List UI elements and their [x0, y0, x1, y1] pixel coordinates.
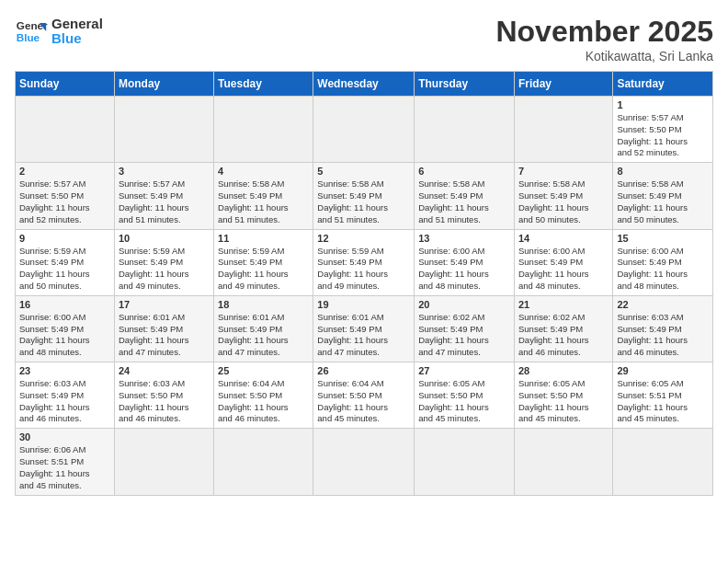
day-number: 29 [617, 365, 709, 376]
calendar-cell: 27Sunrise: 6:05 AM Sunset: 5:50 PM Dayli… [415, 362, 515, 429]
location-text: Kotikawatta, Sri Lanka [495, 49, 713, 63]
weekday-header: Friday [514, 72, 612, 97]
title-block: November 2025 Kotikawatta, Sri Lanka [495, 15, 713, 63]
day-info: Sunrise: 6:05 AM Sunset: 5:51 PM Dayligh… [617, 378, 709, 425]
day-info: Sunrise: 6:02 AM Sunset: 5:49 PM Dayligh… [418, 312, 510, 359]
day-info: Sunrise: 5:59 AM Sunset: 5:49 PM Dayligh… [317, 246, 410, 293]
calendar-cell: 4Sunrise: 5:58 AM Sunset: 5:49 PM Daylig… [214, 163, 313, 229]
day-info: Sunrise: 5:58 AM Sunset: 5:49 PM Dayligh… [418, 178, 510, 225]
calendar-cell: 28Sunrise: 6:05 AM Sunset: 5:50 PM Dayli… [514, 362, 612, 429]
day-info: Sunrise: 5:58 AM Sunset: 5:49 PM Dayligh… [218, 178, 309, 225]
weekday-header: Saturday [613, 72, 713, 97]
day-number: 28 [518, 365, 609, 376]
calendar-cell: 18Sunrise: 6:01 AM Sunset: 5:49 PM Dayli… [214, 295, 313, 362]
calendar-cell: 3Sunrise: 5:57 AM Sunset: 5:49 PM Daylig… [114, 163, 213, 229]
day-number: 3 [119, 166, 210, 177]
calendar-table: SundayMondayTuesdayWednesdayThursdayFrid… [15, 71, 713, 496]
calendar-cell [114, 429, 213, 495]
calendar-cell: 10Sunrise: 5:59 AM Sunset: 5:49 PM Dayli… [114, 229, 213, 295]
day-number: 30 [19, 431, 110, 442]
day-info: Sunrise: 6:00 AM Sunset: 5:49 PM Dayligh… [617, 246, 709, 293]
calendar-cell: 20Sunrise: 6:02 AM Sunset: 5:49 PM Dayli… [415, 295, 515, 362]
day-info: Sunrise: 6:02 AM Sunset: 5:49 PM Dayligh… [518, 312, 609, 359]
page-header: General Blue General Blue November 2025 … [15, 15, 713, 63]
day-info: Sunrise: 5:59 AM Sunset: 5:49 PM Dayligh… [119, 246, 210, 293]
month-title: November 2025 [495, 15, 713, 49]
calendar-cell: 21Sunrise: 6:02 AM Sunset: 5:49 PM Dayli… [514, 295, 612, 362]
day-info: Sunrise: 6:04 AM Sunset: 5:50 PM Dayligh… [317, 378, 410, 425]
weekday-header: Wednesday [313, 72, 415, 97]
day-number: 13 [418, 233, 510, 244]
calendar-cell [313, 97, 415, 163]
calendar-cell: 16Sunrise: 6:00 AM Sunset: 5:49 PM Dayli… [16, 295, 115, 362]
calendar-cell: 24Sunrise: 6:03 AM Sunset: 5:50 PM Dayli… [114, 362, 213, 429]
day-info: Sunrise: 5:57 AM Sunset: 5:50 PM Dayligh… [617, 112, 709, 159]
day-number: 16 [19, 299, 110, 310]
calendar-cell [415, 97, 515, 163]
day-number: 1 [617, 99, 709, 110]
svg-text:Blue: Blue [17, 31, 40, 43]
day-info: Sunrise: 6:03 AM Sunset: 5:49 PM Dayligh… [617, 312, 709, 359]
day-number: 23 [19, 365, 110, 376]
calendar-cell: 23Sunrise: 6:03 AM Sunset: 5:49 PM Dayli… [16, 362, 115, 429]
day-info: Sunrise: 6:01 AM Sunset: 5:49 PM Dayligh… [218, 312, 309, 359]
day-number: 5 [317, 166, 410, 177]
day-info: Sunrise: 5:59 AM Sunset: 5:49 PM Dayligh… [19, 246, 110, 293]
calendar-cell: 12Sunrise: 5:59 AM Sunset: 5:49 PM Dayli… [313, 229, 415, 295]
day-number: 24 [119, 365, 210, 376]
day-number: 10 [119, 233, 210, 244]
day-number: 17 [119, 299, 210, 310]
day-number: 27 [418, 365, 510, 376]
day-number: 18 [218, 299, 309, 310]
calendar-cell: 7Sunrise: 5:58 AM Sunset: 5:49 PM Daylig… [514, 163, 612, 229]
day-info: Sunrise: 5:57 AM Sunset: 5:50 PM Dayligh… [19, 178, 110, 225]
calendar-cell [214, 429, 313, 495]
calendar-cell: 25Sunrise: 6:04 AM Sunset: 5:50 PM Dayli… [214, 362, 313, 429]
day-number: 21 [518, 299, 609, 310]
day-info: Sunrise: 5:59 AM Sunset: 5:49 PM Dayligh… [218, 246, 309, 293]
calendar-cell: 30Sunrise: 6:06 AM Sunset: 5:51 PM Dayli… [16, 429, 115, 495]
calendar-cell [415, 429, 515, 495]
calendar-cell [514, 97, 612, 163]
day-number: 8 [617, 166, 709, 177]
calendar-cell [214, 97, 313, 163]
calendar-cell: 6Sunrise: 5:58 AM Sunset: 5:49 PM Daylig… [415, 163, 515, 229]
logo: General Blue General Blue [15, 15, 103, 48]
day-info: Sunrise: 6:00 AM Sunset: 5:49 PM Dayligh… [418, 246, 510, 293]
calendar-cell: 29Sunrise: 6:05 AM Sunset: 5:51 PM Dayli… [613, 362, 713, 429]
weekday-header: Thursday [415, 72, 515, 97]
day-info: Sunrise: 6:00 AM Sunset: 5:49 PM Dayligh… [518, 246, 609, 293]
calendar-cell: 15Sunrise: 6:00 AM Sunset: 5:49 PM Dayli… [613, 229, 713, 295]
day-info: Sunrise: 6:04 AM Sunset: 5:50 PM Dayligh… [218, 378, 309, 425]
logo-general-text: General [51, 17, 103, 32]
calendar-cell: 9Sunrise: 5:59 AM Sunset: 5:49 PM Daylig… [16, 229, 115, 295]
day-info: Sunrise: 5:58 AM Sunset: 5:49 PM Dayligh… [617, 178, 709, 225]
day-info: Sunrise: 6:03 AM Sunset: 5:49 PM Dayligh… [19, 378, 110, 425]
logo-blue-text: Blue [51, 31, 103, 47]
day-number: 7 [518, 166, 609, 177]
weekday-header: Sunday [16, 72, 115, 97]
calendar-cell: 8Sunrise: 5:58 AM Sunset: 5:49 PM Daylig… [613, 163, 713, 229]
calendar-cell: 2Sunrise: 5:57 AM Sunset: 5:50 PM Daylig… [16, 163, 115, 229]
day-number: 11 [218, 233, 309, 244]
day-number: 4 [218, 166, 309, 177]
day-number: 25 [218, 365, 309, 376]
calendar-cell [114, 97, 213, 163]
calendar-cell: 1Sunrise: 5:57 AM Sunset: 5:50 PM Daylig… [613, 97, 713, 163]
calendar-cell [514, 429, 612, 495]
day-number: 12 [317, 233, 410, 244]
calendar-cell [16, 97, 115, 163]
calendar-cell: 17Sunrise: 6:01 AM Sunset: 5:49 PM Dayli… [114, 295, 213, 362]
day-number: 22 [617, 299, 709, 310]
calendar-cell: 5Sunrise: 5:58 AM Sunset: 5:49 PM Daylig… [313, 163, 415, 229]
day-info: Sunrise: 5:58 AM Sunset: 5:49 PM Dayligh… [317, 178, 410, 225]
day-info: Sunrise: 5:57 AM Sunset: 5:49 PM Dayligh… [119, 178, 210, 225]
calendar-cell: 26Sunrise: 6:04 AM Sunset: 5:50 PM Dayli… [313, 362, 415, 429]
day-info: Sunrise: 6:05 AM Sunset: 5:50 PM Dayligh… [418, 378, 510, 425]
logo-icon: General Blue [15, 15, 48, 48]
day-number: 2 [19, 166, 110, 177]
calendar-cell: 19Sunrise: 6:01 AM Sunset: 5:49 PM Dayli… [313, 295, 415, 362]
day-info: Sunrise: 6:00 AM Sunset: 5:49 PM Dayligh… [19, 312, 110, 359]
calendar-cell [313, 429, 415, 495]
day-number: 26 [317, 365, 410, 376]
